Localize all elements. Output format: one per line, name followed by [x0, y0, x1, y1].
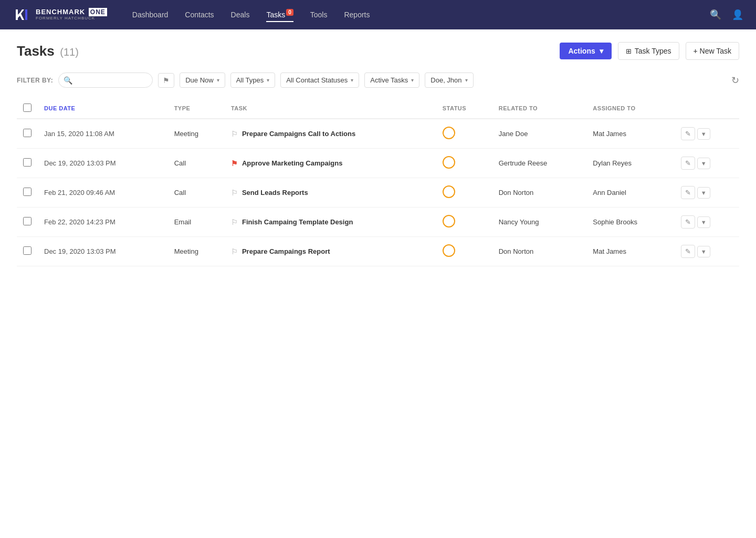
col-related-to: RELATED TO	[492, 98, 587, 119]
cell-row-actions: ✎▼	[675, 178, 739, 208]
active-tasks-dropdown[interactable]: Active Tasks ▾	[364, 73, 419, 88]
actions-chevron-icon: ▾	[600, 47, 603, 55]
cell-related-to: Don Norton	[492, 237, 587, 266]
edit-task-button[interactable]: ✎	[681, 245, 695, 258]
edit-task-button[interactable]: ✎	[681, 186, 695, 199]
table-header-row: DUE DATE TYPE TASK STATUS RELATED TO ASS…	[17, 98, 739, 119]
page-header: Tasks (11) Actions ▾ ⊞ Task Types + New …	[17, 42, 739, 60]
cell-task: ⚑Approve Marketing Campaigns	[225, 149, 436, 178]
cell-task: ⚐Prepare Campaings Report	[225, 237, 436, 266]
row-checkbox[interactable]	[23, 158, 32, 167]
svg-rect-0	[13, 5, 32, 24]
cell-assigned-to: Mat James	[586, 237, 674, 266]
select-all-cell	[17, 98, 38, 119]
row-checkbox-cell	[17, 119, 38, 149]
due-now-dropdown[interactable]: Due Now ▾	[180, 73, 225, 88]
cell-due-date: Dec 19, 2020 13:03 PM	[38, 149, 168, 178]
nav-reports[interactable]: Reports	[344, 8, 370, 21]
status-circle[interactable]	[443, 127, 455, 139]
row-checkbox-cell	[17, 208, 38, 237]
nav-icons: 🔍 👤	[710, 9, 743, 20]
search-input[interactable]	[58, 73, 153, 88]
assignee-chevron-icon: ▾	[465, 77, 468, 83]
col-status: STATUS	[436, 98, 492, 119]
navbar: BENCHMARK ONE FORMERLY HATCHBUCK Dashboa…	[0, 0, 756, 29]
cell-row-actions: ✎▼	[675, 119, 739, 149]
page-title-area: Tasks (11)	[17, 43, 79, 59]
status-circle[interactable]	[443, 156, 455, 169]
all-types-chevron-icon: ▾	[267, 77, 269, 83]
nav-contacts[interactable]: Contacts	[185, 8, 214, 21]
cell-status	[436, 149, 492, 178]
cell-type: Email	[168, 208, 225, 237]
task-label: Prepare Campaings Report	[242, 247, 330, 255]
user-nav-icon[interactable]: 👤	[732, 9, 743, 20]
cell-related-to: Nancy Young	[492, 208, 587, 237]
flag-filter-button[interactable]: ⚑	[158, 73, 174, 88]
assignee-dropdown[interactable]: Doe, Jhon ▾	[425, 73, 473, 88]
header-actions: Actions ▾ ⊞ Task Types + New Task	[560, 42, 739, 60]
filter-by-label: FILTER BY:	[17, 77, 53, 84]
cell-related-to: Jane Doe	[492, 119, 587, 149]
search-nav-icon[interactable]: 🔍	[710, 9, 721, 20]
task-flag-icon: ⚐	[231, 189, 238, 197]
flag-icon: ⚑	[163, 76, 170, 85]
select-all-checkbox[interactable]	[23, 104, 32, 112]
cell-type: Call	[168, 178, 225, 208]
status-circle[interactable]	[443, 185, 455, 198]
expand-task-button[interactable]: ▼	[697, 128, 710, 140]
cell-status	[436, 119, 492, 149]
expand-task-button[interactable]: ▼	[697, 158, 710, 169]
actions-button[interactable]: Actions ▾	[560, 43, 611, 59]
logo: BENCHMARK ONE FORMERLY HATCHBUCK	[13, 5, 107, 24]
table-row: Dec 19, 2020 13:03 PMMeeting⚐Prepare Cam…	[17, 237, 739, 266]
contact-statuses-dropdown[interactable]: All Contact Statuses ▾	[280, 73, 359, 88]
task-label: Finish Campaing Template Design	[242, 218, 353, 226]
edit-task-button[interactable]: ✎	[681, 127, 695, 140]
cell-task: ⚐Send Leads Reports	[225, 178, 436, 208]
cell-related-to: Don Norton	[492, 178, 587, 208]
task-flag-icon: ⚑	[231, 159, 238, 168]
nav-dashboard[interactable]: Dashboard	[132, 8, 169, 21]
tasks-table: DUE DATE TYPE TASK STATUS RELATED TO ASS…	[17, 98, 739, 266]
cell-status	[436, 237, 492, 266]
nav-tasks[interactable]: Tasks0	[266, 7, 293, 22]
row-checkbox[interactable]	[23, 188, 32, 196]
row-checkbox[interactable]	[23, 217, 32, 225]
all-types-dropdown[interactable]: All Types ▾	[230, 73, 276, 88]
cell-assigned-to: Mat James	[586, 119, 674, 149]
cell-task: ⚐Finish Campaing Template Design	[225, 208, 436, 237]
table-row: Dec 19, 2020 13:03 PMCall⚑Approve Market…	[17, 149, 739, 178]
cell-due-date: Feb 22, 2020 14:23 PM	[38, 208, 168, 237]
edit-task-button[interactable]: ✎	[681, 215, 695, 229]
task-label: Approve Marketing Campaigns	[242, 159, 342, 167]
new-task-button[interactable]: + New Task	[686, 42, 740, 60]
edit-task-button[interactable]: ✎	[681, 157, 695, 170]
contact-statuses-chevron-icon: ▾	[351, 77, 353, 83]
expand-task-button[interactable]: ▼	[697, 216, 710, 228]
nav-deals[interactable]: Deals	[231, 8, 250, 21]
grid-icon: ⊞	[626, 47, 632, 55]
cell-task: ⚐Prepare Campaigns Call to Actions	[225, 119, 436, 149]
row-checkbox[interactable]	[23, 246, 32, 255]
col-actions	[675, 98, 739, 119]
logo-sub: FORMERLY HATCHBUCK	[36, 16, 107, 21]
status-circle[interactable]	[443, 215, 455, 227]
refresh-button[interactable]: ↻	[731, 75, 739, 86]
due-now-chevron-icon: ▾	[217, 77, 219, 83]
tasks-count: (11)	[60, 46, 79, 58]
task-flag-icon: ⚐	[231, 218, 238, 226]
table-row: Jan 15, 2020 11:08 AMMeeting⚐Prepare Cam…	[17, 119, 739, 149]
nav-tools[interactable]: Tools	[310, 8, 328, 21]
cell-due-date: Dec 19, 2020 13:03 PM	[38, 237, 168, 266]
col-task: TASK	[225, 98, 436, 119]
status-circle[interactable]	[443, 244, 455, 257]
expand-task-button[interactable]: ▼	[697, 246, 710, 257]
task-types-button[interactable]: ⊞ Task Types	[618, 42, 679, 60]
tasks-badge: 0	[286, 9, 293, 16]
cell-status	[436, 208, 492, 237]
row-checkbox[interactable]	[23, 129, 32, 137]
row-checkbox-cell	[17, 178, 38, 208]
task-flag-icon: ⚐	[231, 247, 238, 256]
expand-task-button[interactable]: ▼	[697, 187, 710, 199]
